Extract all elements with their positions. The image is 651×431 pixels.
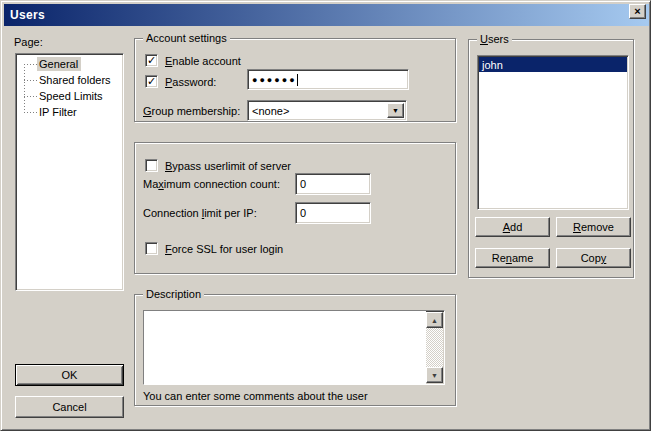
- max-connection-count-label: Maximum connection count:: [143, 178, 280, 191]
- password-value: ●●●●●●: [252, 75, 297, 85]
- arrow-down-icon: ▼: [431, 372, 438, 379]
- chevron-down-icon: ▼: [392, 107, 399, 114]
- connection-limit-per-ip-input[interactable]: 0: [295, 202, 371, 224]
- users-group: Users john Add Remove Rename Copy: [468, 39, 634, 278]
- page-tree-items: General Shared folders Speed Limits IP F…: [16, 54, 123, 120]
- description-title: Description: [143, 288, 204, 301]
- max-connection-count-value: 0: [300, 178, 306, 190]
- connection-limit-per-ip-value: 0: [300, 207, 306, 219]
- tree-item-label: Speed Limits: [37, 89, 106, 103]
- text-caret: [297, 74, 298, 86]
- tree-connector-icon: [24, 72, 37, 88]
- connection-limit-per-ip-label: Connection limit per IP:: [143, 207, 257, 220]
- checkmark-icon: ✓: [147, 76, 156, 87]
- dropdown-button[interactable]: ▼: [387, 103, 404, 118]
- checkmark-icon: ✓: [147, 55, 156, 66]
- tree-item-general[interactable]: General: [16, 56, 123, 72]
- scroll-up-button[interactable]: ▲: [426, 312, 443, 328]
- description-value[interactable]: [144, 311, 426, 384]
- user-list-item[interactable]: john: [479, 57, 627, 72]
- force-ssl-label[interactable]: Force SSL for user login: [165, 243, 283, 256]
- account-settings-title: Account settings: [143, 32, 230, 45]
- close-icon: ×: [634, 6, 640, 17]
- remove-user-button[interactable]: Remove: [556, 217, 631, 237]
- max-connection-count-input[interactable]: 0: [295, 173, 371, 195]
- description-input[interactable]: ▲ ▼: [143, 310, 445, 385]
- scroll-down-button[interactable]: ▼: [426, 367, 443, 383]
- description-hint: You can enter some comments about the us…: [143, 390, 368, 403]
- description-scrollbar[interactable]: ▲ ▼: [426, 312, 443, 383]
- tree-item-speed-limits[interactable]: Speed Limits: [16, 88, 123, 104]
- enable-account-label[interactable]: Enable account: [165, 55, 241, 68]
- cancel-button[interactable]: Cancel: [15, 396, 124, 418]
- account-settings-group: Account settings ✓ Enable account ✓ Pass…: [134, 38, 456, 122]
- page-label: Page:: [14, 36, 43, 49]
- users-dialog: Users × Page: General Shared folders Spe…: [0, 0, 651, 431]
- tree-item-label: General: [37, 57, 81, 71]
- add-user-button[interactable]: Add: [475, 217, 550, 237]
- tree-item-label: IP Filter: [37, 105, 80, 119]
- tree-connector-icon: [24, 104, 37, 120]
- password-input[interactable]: ●●●●●●: [247, 69, 409, 90]
- bypass-userlimit-label[interactable]: Bypass userlimit of server: [165, 160, 291, 173]
- rename-user-button[interactable]: Rename: [475, 248, 550, 268]
- tree-item-label: Shared folders: [37, 73, 114, 87]
- password-checkbox[interactable]: ✓: [145, 75, 158, 88]
- tree-item-ip-filter[interactable]: IP Filter: [16, 104, 123, 120]
- window-title: Users: [4, 8, 45, 22]
- connection-limits-group: ✓ Bypass userlimit of server Maximum con…: [134, 142, 456, 274]
- password-label[interactable]: Password:: [165, 76, 216, 89]
- group-membership-select[interactable]: <none> ▼: [247, 100, 407, 121]
- force-ssl-checkbox[interactable]: ✓: [145, 242, 158, 255]
- enable-account-checkbox[interactable]: ✓: [145, 54, 158, 67]
- ok-button[interactable]: OK: [15, 364, 124, 386]
- users-list[interactable]: john: [477, 55, 629, 210]
- tree-connector-icon: [24, 88, 37, 104]
- page-tree[interactable]: General Shared folders Speed Limits IP F…: [15, 53, 124, 291]
- tree-connector-icon: [24, 56, 37, 72]
- arrow-up-icon: ▲: [431, 317, 438, 324]
- tree-item-shared-folders[interactable]: Shared folders: [16, 72, 123, 88]
- users-group-title: Users: [477, 33, 512, 46]
- close-button[interactable]: ×: [629, 4, 646, 19]
- group-membership-label: Group membership:: [143, 105, 240, 118]
- bypass-userlimit-checkbox[interactable]: ✓: [145, 159, 158, 172]
- group-membership-value: <none>: [252, 105, 289, 117]
- title-bar[interactable]: Users: [4, 4, 649, 26]
- scrollbar-track[interactable]: [426, 328, 443, 367]
- description-group: Description ▲ ▼ You can enter some comme…: [134, 294, 456, 406]
- copy-user-button[interactable]: Copy: [556, 248, 631, 268]
